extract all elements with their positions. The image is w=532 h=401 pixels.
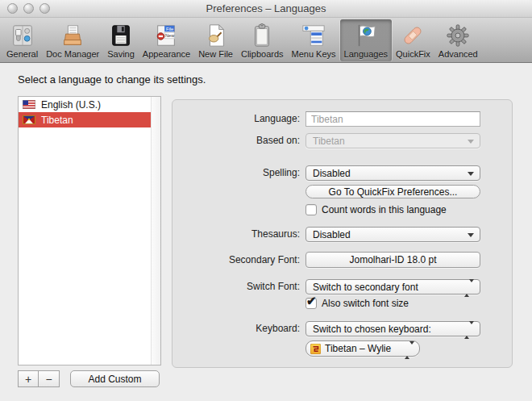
titlebar: Preferences – Languages <box>0 0 532 18</box>
toolbar-item-appearance[interactable]: FileNew Appearance <box>139 19 194 61</box>
menu-keys-icon <box>301 23 326 48</box>
svg-text:File: File <box>166 27 173 31</box>
list-scrollbar[interactable] <box>151 97 160 365</box>
svg-text:New: New <box>166 33 176 38</box>
toolbar-label: Languages <box>344 49 388 59</box>
stepper-arrows-icon <box>464 324 474 336</box>
tibetan-keyboard-icon <box>310 344 321 354</box>
doc-manager-tray-icon <box>60 23 85 48</box>
new-file-icon <box>203 23 229 48</box>
based-on-label: Based on: <box>172 133 300 148</box>
thesaurus-value: Disabled <box>313 229 351 240</box>
toolbar-label: Advanced <box>438 49 478 59</box>
based-on-select[interactable]: Tibetan <box>305 133 480 148</box>
add-language-button[interactable]: + <box>18 370 39 387</box>
switch-font-label: Switch Font: <box>172 279 300 294</box>
gear-icon <box>445 23 471 48</box>
language-field[interactable] <box>305 111 480 127</box>
toolbar-item-saving[interactable]: Saving <box>103 19 139 61</box>
settings-panel: Language: Based on: Tibetan Spelling: Di… <box>172 99 513 368</box>
keyboard-label: Keyboard: <box>172 321 300 336</box>
spelling-select[interactable]: Disabled <box>305 165 480 181</box>
keyboard-layout-select[interactable]: Tibetan – Wylie <box>305 340 420 357</box>
toolbar-label: Menu Keys <box>292 49 336 59</box>
list-item-label: Tibetan <box>41 115 73 126</box>
toolbar-label: New File <box>198 49 233 59</box>
list-item-english[interactable]: English (U.S.) <box>19 97 151 112</box>
switch-font-select[interactable]: Switch to secondary font <box>305 279 480 294</box>
keyboard-value: Switch to chosen keyboard: <box>313 324 431 335</box>
stepper-arrows-icon <box>464 282 474 294</box>
toolbar-item-quickfix[interactable]: QuickFix <box>392 19 434 61</box>
toolbar-item-new-file[interactable]: New File <box>194 19 237 61</box>
also-switch-label: Also switch font size <box>322 298 409 309</box>
toolbar-item-general[interactable]: General <box>2 19 42 61</box>
toolbar-item-menu-keys[interactable]: Menu Keys <box>288 19 340 61</box>
toolbar-label: General <box>6 49 38 59</box>
toolbar-item-languages[interactable]: Languages <box>340 19 392 61</box>
toolbar-item-doc-manager[interactable]: Doc Manager <box>42 19 103 61</box>
secondary-font-button[interactable]: Jomolhari-ID 18.0 pt <box>305 252 480 268</box>
toolbar-item-advanced[interactable]: Advanced <box>434 19 482 61</box>
us-flag-icon <box>23 100 35 109</box>
spelling-label: Spelling: <box>172 165 300 181</box>
toolbar: General Doc Manager Saving FileNew Appea… <box>0 18 532 63</box>
spelling-value: Disabled <box>313 168 351 179</box>
toolbar-label: Doc Manager <box>46 49 99 59</box>
list-item-tibetan[interactable]: Tibetan <box>19 112 151 127</box>
checkmark: ✔ <box>306 294 317 308</box>
floppy-disk-icon <box>108 23 134 48</box>
thesaurus-label: Thesaurus: <box>172 227 300 242</box>
based-on-value: Tibetan <box>313 136 345 147</box>
add-custom-button[interactable]: Add Custom <box>70 370 160 387</box>
toolbar-label: Saving <box>107 49 135 59</box>
toolbar-label: Appearance <box>143 49 190 59</box>
keyboard-select[interactable]: Switch to chosen keyboard: <box>305 321 480 336</box>
count-words-checkbox[interactable] <box>305 204 317 215</box>
tibet-flag-icon <box>23 115 35 124</box>
stepper-arrows-icon <box>405 345 414 356</box>
bandaid-icon <box>400 23 426 48</box>
secondary-font-label: Secondary Font: <box>172 252 300 268</box>
language-label: Language: <box>172 111 300 127</box>
window-title: Preferences – Languages <box>0 2 532 15</box>
keyboard-layout-value: Tibetan – Wylie <box>325 343 391 354</box>
preferences-window: Preferences – Languages General Doc Mana… <box>0 0 532 401</box>
count-words-row: Count words in this language <box>305 204 532 215</box>
also-switch-row: ✔ Also switch font size <box>305 298 532 309</box>
list-edit-buttons: + − <box>18 370 60 387</box>
remove-language-button[interactable]: − <box>39 370 60 387</box>
clipboard-icon <box>249 23 275 48</box>
also-switch-checkbox[interactable]: ✔ <box>305 298 317 309</box>
toolbar-label: Clipboards <box>241 49 284 59</box>
flag-globe-icon <box>353 23 379 48</box>
list-item-label: English (U.S.) <box>41 99 101 111</box>
toolbar-label: QuickFix <box>396 49 430 59</box>
instruction-text: Select a language to change its settings… <box>18 73 206 86</box>
switch-font-value: Switch to secondary font <box>313 282 418 293</box>
go-to-quickfix-button[interactable]: Go To QuickFix Preferences... <box>305 185 480 198</box>
toolbar-item-clipboards[interactable]: Clipboards <box>237 19 288 61</box>
chevron-down-icon <box>468 172 474 179</box>
chevron-down-icon <box>468 140 474 147</box>
count-words-label: Count words in this language <box>322 204 447 215</box>
window-menu-icon: FileNew <box>153 23 179 48</box>
thesaurus-select[interactable]: Disabled <box>305 227 480 242</box>
language-list: English (U.S.) Tibetan <box>18 96 161 365</box>
general-switches-icon <box>10 23 35 48</box>
chevron-down-icon <box>468 233 474 240</box>
